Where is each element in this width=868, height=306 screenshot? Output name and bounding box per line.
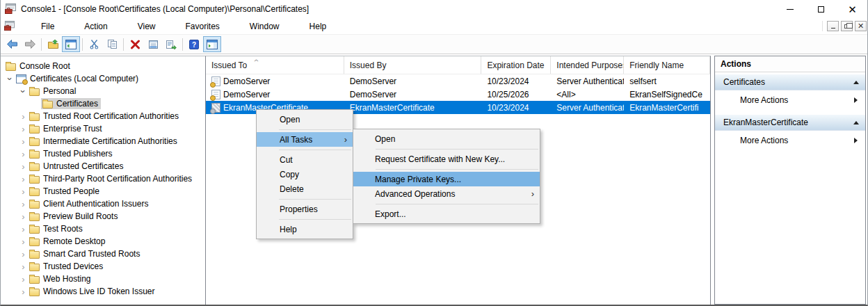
svg-text:?: ?	[192, 40, 196, 48]
chevron-collapsed-icon[interactable]	[19, 287, 28, 296]
tree-item-client-authentication-issuers[interactable]: Client Authentication Issuers	[0, 198, 205, 210]
table-row[interactable]: DemoServer DemoServer 10/25/2026 <All> E…	[206, 88, 710, 101]
tree-item-trusted-publishers[interactable]: Trusted Publishers	[0, 147, 205, 160]
menu-window[interactable]: Window	[227, 19, 287, 33]
column-header-issued-by[interactable]: Issued By	[344, 56, 482, 74]
submenu-item-manage-private-keys[interactable]: Manage Private Keys...	[353, 172, 540, 186]
actions-section-certificates[interactable]: Certificates	[715, 74, 865, 90]
back-button[interactable]	[3, 36, 21, 52]
column-header-issued-to[interactable]: ›Issued To	[206, 56, 344, 74]
cell-expiration-date: 10/23/2024	[481, 101, 551, 114]
chevron-expanded-icon[interactable]	[19, 87, 28, 96]
more-actions-ekranmastercertificate[interactable]: More Actions	[715, 131, 865, 150]
collapse-section-icon[interactable]	[853, 81, 859, 84]
show-console-tree-button[interactable]	[62, 36, 80, 52]
maximize-button[interactable]	[805, 0, 837, 18]
tree-item-console-root[interactable]: Console Root	[0, 60, 205, 72]
forward-arrow-icon	[24, 39, 36, 49]
cell-friendly-name: EkranMasterCertifi	[624, 101, 710, 114]
menu-item-all-tasks[interactable]: All Tasks›	[257, 132, 353, 147]
minimize-button[interactable]	[774, 0, 805, 18]
actions-section-ekranmastercertificate[interactable]: EkranMasterCertificate	[715, 114, 865, 131]
chevron-collapsed-icon[interactable]	[19, 112, 28, 121]
chevron-collapsed-icon[interactable]	[19, 124, 28, 134]
tree-item-preview-build-roots[interactable]: Preview Build Roots	[0, 210, 205, 223]
menu-item-properties[interactable]: Properties	[257, 202, 353, 216]
menu-favorites[interactable]: Favorites	[163, 19, 227, 33]
chevron-collapsed-icon[interactable]	[19, 187, 28, 196]
properties-button[interactable]	[144, 36, 162, 52]
child-close-button[interactable]: ✕	[855, 21, 867, 31]
tree-item-remote-desktop[interactable]: Remote Desktop	[0, 235, 205, 248]
delete-button[interactable]	[126, 36, 144, 52]
tree-item-windows-live-id-token-issuer[interactable]: Windows Live ID Token Issuer	[0, 285, 205, 298]
tree-item-untrusted-certificates[interactable]: Untrusted Certificates	[0, 160, 205, 172]
chevron-collapsed-icon[interactable]	[19, 150, 28, 159]
window-controls: ✕	[774, 0, 868, 18]
tree-item-enterprise-trust[interactable]: Enterprise Trust	[0, 122, 205, 135]
submenu-item-export[interactable]: Export...	[353, 207, 540, 221]
chevron-expanded-icon[interactable]	[6, 74, 15, 83]
table-row[interactable]: DemoServer DemoServer 10/23/2024 Server …	[206, 74, 710, 88]
up-one-level-button[interactable]	[44, 36, 62, 52]
menu-item-help[interactable]: Help	[257, 222, 353, 236]
menu-file[interactable]: File	[18, 19, 61, 33]
tree-item-third-party-root-certification-authorities[interactable]: Third-Party Root Certification Authoriti…	[0, 172, 205, 185]
menu-view[interactable]: View	[115, 19, 163, 33]
more-actions-certificates[interactable]: More Actions	[715, 90, 865, 109]
menu-separator	[376, 204, 538, 204]
chevron-collapsed-icon[interactable]	[19, 200, 28, 209]
tree-item-intermediate-certification-authorities[interactable]: Intermediate Certification Authorities	[0, 135, 205, 147]
forward-button[interactable]	[21, 36, 39, 52]
menu-item-open[interactable]: Open	[257, 112, 353, 127]
menu-item-cut[interactable]: Cut	[257, 152, 353, 167]
menu-item-copy[interactable]: Copy	[257, 167, 353, 182]
menu-item-delete[interactable]: Delete	[257, 182, 353, 196]
cut-button[interactable]	[85, 36, 103, 52]
cell-friendly-name: EkranSelfSignedCe	[624, 88, 710, 101]
chevron-collapsed-icon[interactable]	[19, 175, 28, 184]
tree-item-label: Third-Party Root Certification Authoriti…	[43, 174, 192, 184]
help-button[interactable]: ?	[185, 36, 203, 52]
tree-item-trusted-root-certification-authorities[interactable]: Trusted Root Certification Authorities	[0, 110, 205, 122]
tree-item-label: Intermediate Certification Authorities	[43, 136, 177, 146]
chevron-collapsed-icon[interactable]	[19, 275, 28, 284]
cell-expiration-date: 10/25/2026	[481, 88, 551, 101]
submenu-item-open[interactable]: Open	[353, 131, 540, 146]
column-header-expiration-date[interactable]: Expiration Date	[481, 56, 551, 74]
tree-item-web-hosting[interactable]: Web Hosting	[0, 273, 205, 285]
collapse-section-icon[interactable]	[853, 121, 859, 124]
tree-item-label: Web Hosting	[43, 274, 90, 284]
copy-button[interactable]	[103, 36, 121, 52]
close-button[interactable]: ✕	[837, 0, 868, 18]
show-action-pane-button[interactable]	[203, 36, 221, 52]
chevron-collapsed-icon[interactable]	[19, 162, 28, 171]
column-header-friendly-name[interactable]: Friendly Name	[624, 56, 710, 74]
menu-action[interactable]: Action	[61, 19, 114, 33]
tree-item-trusted-devices[interactable]: Trusted Devices	[0, 260, 205, 273]
folder-icon	[29, 88, 40, 96]
tree-item-test-roots[interactable]: Test Roots	[0, 223, 205, 235]
chevron-collapsed-icon[interactable]	[19, 225, 28, 234]
column-header-intended-purposes[interactable]: Intended Purposes	[551, 56, 624, 74]
tree-item-personal[interactable]: Personal	[0, 85, 205, 97]
tree-item-certificates[interactable]: Certificates	[0, 97, 205, 110]
chevron-collapsed-icon[interactable]	[19, 250, 28, 259]
chevron-collapsed-icon[interactable]	[19, 137, 28, 146]
tree-item-label: Personal	[43, 86, 76, 96]
menu-separator	[376, 149, 538, 150]
submenu-item-request-certificate-with-new-key[interactable]: Request Certificate with New Key...	[353, 152, 540, 166]
submenu-item-advanced-operations[interactable]: Advanced Operations›	[353, 186, 540, 201]
chevron-collapsed-icon[interactable]	[19, 262, 28, 271]
child-minimize-button[interactable]	[827, 21, 839, 31]
minimize-icon	[787, 9, 794, 10]
tree-item-smart-card-trusted-roots[interactable]: Smart Card Trusted Roots	[0, 248, 205, 260]
tree-item-label: Smart Card Trusted Roots	[43, 249, 140, 259]
tree-item-trusted-people[interactable]: Trusted People	[0, 185, 205, 198]
tree-item-certificates-local-computer[interactable]: Certificates (Local Computer)	[0, 72, 205, 85]
chevron-collapsed-icon[interactable]	[19, 237, 28, 246]
export-list-button[interactable]	[162, 36, 180, 52]
menu-help[interactable]: Help	[287, 19, 334, 33]
child-restore-button[interactable]	[841, 21, 853, 31]
chevron-collapsed-icon[interactable]	[19, 212, 28, 221]
